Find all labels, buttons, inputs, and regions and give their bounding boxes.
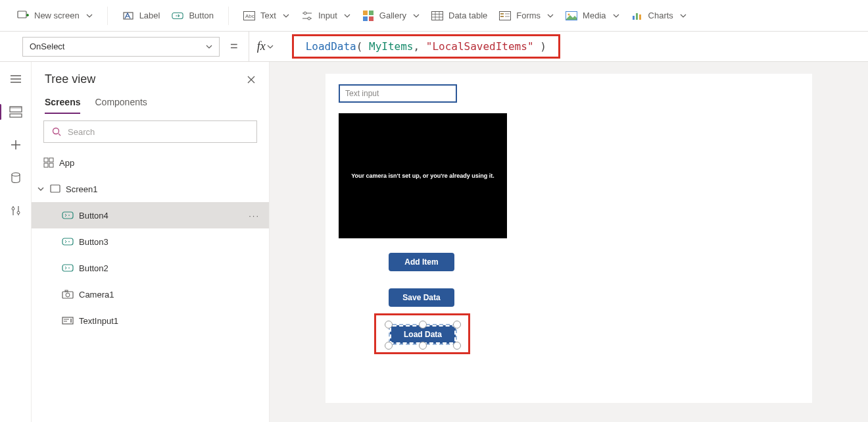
svg-rect-13 <box>500 13 504 14</box>
ribbon-divider <box>228 7 229 25</box>
tree-view-panel: Tree view Screens Components Search App … <box>32 62 270 422</box>
tab-screens[interactable]: Screens <box>45 97 80 114</box>
charts-label: Charts <box>648 11 673 20</box>
insert-media-button[interactable]: Media <box>562 5 623 27</box>
tree-search-input[interactable]: Search <box>43 120 257 143</box>
insert-input-button[interactable]: Input <box>297 5 354 27</box>
resize-handle[interactable] <box>385 321 393 329</box>
tree-item-label: TextInput1 <box>79 316 118 326</box>
canvas-area: Text input Your camera isn't set up, or … <box>270 62 868 422</box>
tree-app[interactable]: App <box>32 149 269 176</box>
insert-charts-button[interactable]: Charts <box>627 5 690 27</box>
insert-label-button[interactable]: Label <box>118 5 164 27</box>
canvas-camera1[interactable]: Your camera isn't set up, or you're alre… <box>339 113 507 238</box>
label-icon <box>122 10 134 22</box>
search-placeholder: Search <box>68 127 95 137</box>
screen-plus-icon <box>17 10 29 22</box>
svg-rect-23 <box>10 114 22 117</box>
input-controls-icon <box>301 10 313 22</box>
chevron-down-icon <box>86 13 93 19</box>
highlight-box: Load Data <box>374 313 470 354</box>
rail-advanced-tools[interactable] <box>5 200 26 221</box>
insert-text-button[interactable]: Abc Text <box>239 5 293 27</box>
more-icon[interactable]: ··· <box>249 211 260 221</box>
svg-rect-34 <box>62 212 73 219</box>
textinput-placeholder: Text input <box>345 89 379 98</box>
formula-input[interactable]: LoadData( MyItems, "LocalSavedItems" ) <box>292 34 560 59</box>
svg-point-18 <box>568 13 570 15</box>
canvas-save-data-button[interactable]: Save Data <box>389 288 454 307</box>
formula-lparen: ( <box>356 40 363 53</box>
canvas-add-item-button[interactable]: Add Item <box>389 253 454 271</box>
gallery-label: Gallery <box>379 11 406 20</box>
svg-rect-19 <box>633 16 635 20</box>
insert-forms-button[interactable]: Forms <box>495 5 558 27</box>
tree-screen1[interactable]: Screen1 <box>32 176 269 202</box>
input-label: Input <box>318 11 337 20</box>
chevron-down-icon <box>680 13 687 19</box>
svg-rect-29 <box>44 158 48 162</box>
tree-item-camera1[interactable]: Camera1 <box>32 281 269 307</box>
search-icon <box>52 127 61 136</box>
resize-handle[interactable] <box>385 342 393 350</box>
media-icon <box>566 10 577 22</box>
svg-rect-14 <box>500 16 504 17</box>
tree-app-label: App <box>59 158 74 168</box>
close-icon[interactable] <box>247 75 256 84</box>
tree-item-button4[interactable]: Button4 ··· <box>32 202 269 228</box>
textinput-icon <box>62 317 74 325</box>
resize-handle[interactable] <box>419 321 427 329</box>
svg-rect-20 <box>636 13 638 20</box>
tree-screen1-label: Screen1 <box>66 184 97 194</box>
resize-handle[interactable] <box>453 342 461 350</box>
property-name: OnSelect <box>30 41 64 51</box>
resize-handle[interactable] <box>453 321 461 329</box>
rail-tree-view[interactable] <box>5 101 26 122</box>
tree-item-label: Button3 <box>79 237 108 247</box>
canvas-screen[interactable]: Text input Your camera isn't set up, or … <box>326 74 812 403</box>
svg-rect-32 <box>49 163 53 167</box>
svg-rect-15 <box>505 13 510 14</box>
text-icon: Abc <box>243 10 255 22</box>
camera-message: Your camera isn't set up, or you're alre… <box>351 172 494 179</box>
svg-rect-9 <box>363 16 368 21</box>
chevron-down-icon <box>344 13 350 19</box>
insert-button-button[interactable]: Button <box>168 5 218 27</box>
tree-item-label: Button2 <box>79 263 108 273</box>
button-icon <box>172 10 183 22</box>
chevron-down-icon <box>283 13 289 19</box>
insert-gallery-button[interactable]: Gallery <box>358 5 423 27</box>
svg-rect-11 <box>432 11 443 20</box>
property-dropdown[interactable]: OnSelect <box>22 37 220 57</box>
formula-comma: , <box>413 40 420 53</box>
tree-view-title: Tree view <box>45 72 95 86</box>
camera-icon <box>62 290 74 299</box>
svg-point-5 <box>304 12 306 14</box>
resize-handle[interactable] <box>419 342 427 350</box>
chevron-down-icon <box>37 185 45 193</box>
canvas-textinput1[interactable]: Text input <box>339 84 457 103</box>
rail-insert[interactable] <box>5 134 26 155</box>
ribbon-toolbar: New screen Label Button Abc Text Input <box>0 0 868 32</box>
formula-bar: OnSelect = fx LoadData( MyItems, "LocalS… <box>0 32 868 62</box>
tree-item-textinput1[interactable]: TextInput1 <box>32 307 269 334</box>
rail-hamburger[interactable] <box>5 68 26 90</box>
datatable-label: Data table <box>448 11 487 20</box>
load-data-label: Load Data <box>404 330 442 339</box>
svg-text:Abc: Abc <box>245 13 254 19</box>
insert-datatable-button[interactable]: Data table <box>427 5 491 27</box>
data-table-icon <box>431 10 443 22</box>
new-screen-button[interactable]: New screen <box>13 5 97 27</box>
button-label: Button <box>189 11 214 20</box>
label-label: Label <box>139 11 160 20</box>
formula-arg1: MyItems <box>369 40 413 53</box>
fx-button[interactable]: fx <box>249 32 274 61</box>
tab-components[interactable]: Components <box>95 97 147 114</box>
rail-data[interactable] <box>5 167 26 188</box>
chevron-down-icon <box>613 13 619 19</box>
tree-item-button3[interactable]: Button3 <box>32 228 269 255</box>
svg-rect-31 <box>44 163 48 167</box>
svg-rect-21 <box>639 14 641 20</box>
tree-item-label: Camera1 <box>79 290 114 300</box>
tree-item-button2[interactable]: Button2 <box>32 255 269 281</box>
